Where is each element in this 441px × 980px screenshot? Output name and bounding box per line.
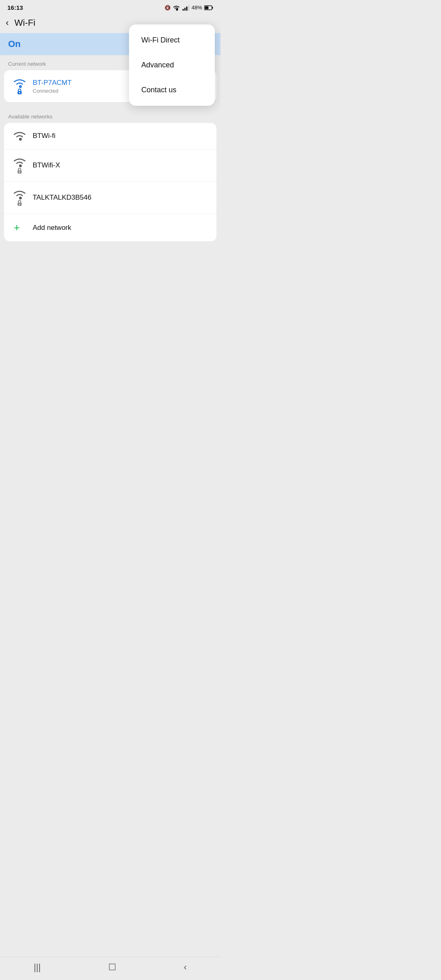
svg-rect-1	[184, 8, 185, 11]
page-title: Wi-Fi	[14, 18, 35, 28]
lock-icon-current	[17, 88, 22, 95]
svg-rect-6	[205, 6, 209, 9]
network-name-btwifi: BTWi-fi	[33, 132, 210, 140]
lock-icon-btwifx	[17, 167, 22, 174]
svg-rect-5	[212, 7, 213, 9]
mute-icon: 🔇	[165, 5, 171, 11]
status-time: 16:13	[7, 4, 23, 11]
lock-icon-talktalk	[17, 200, 22, 206]
wifi-icon-talktalk	[11, 189, 29, 206]
wifi-icon-btwifi	[11, 130, 29, 142]
status-bar: 16:13 🔇 48%	[0, 0, 220, 13]
dropdown-menu: Wi-Fi Direct Advanced Contact us	[129, 24, 215, 106]
status-icons: 🔇 48%	[165, 4, 213, 11]
svg-rect-0	[183, 9, 184, 11]
network-name-btwifx: BTWifi-X	[33, 161, 210, 169]
wifi-status-icon	[173, 5, 180, 11]
svg-point-12	[19, 204, 20, 205]
back-button[interactable]: ‹	[6, 18, 9, 28]
battery-text: 48%	[192, 4, 202, 11]
svg-point-10	[19, 172, 20, 173]
menu-item-wifi-direct[interactable]: Wi-Fi Direct	[129, 28, 215, 53]
menu-item-contact-us[interactable]: Contact us	[129, 78, 215, 102]
svg-rect-3	[188, 5, 189, 11]
available-networks-card: BTWi-fi BTWifi-X	[4, 123, 216, 241]
wifi-icon-current	[11, 78, 29, 95]
available-networks-label: Available networks	[0, 108, 220, 123]
network-item-btwifx[interactable]: BTWifi-X	[4, 149, 216, 182]
signal-icon	[182, 5, 189, 11]
add-network-item[interactable]: + Add network	[4, 214, 216, 241]
battery-icon	[204, 5, 213, 10]
menu-item-advanced[interactable]: Advanced	[129, 53, 215, 78]
wifi-toggle-label: On	[8, 39, 21, 49]
add-network-label: Add network	[33, 224, 210, 232]
add-network-icon-wrap: +	[11, 221, 29, 234]
svg-point-8	[19, 92, 20, 94]
network-item-talktalk[interactable]: TALKTALKD3B546	[4, 182, 216, 214]
wifi-icon-btwifx	[11, 157, 29, 174]
svg-rect-2	[186, 7, 187, 11]
network-name-talktalk: TALKTALKD3B546	[33, 194, 210, 202]
network-item-btwifi[interactable]: BTWi-fi	[4, 123, 216, 149]
add-icon: +	[8, 221, 26, 234]
